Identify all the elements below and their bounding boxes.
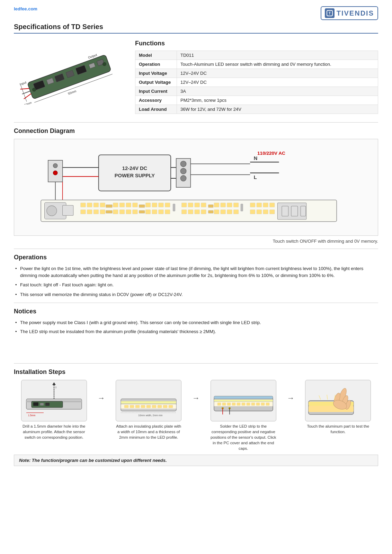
svg-rect-99 (270, 203, 275, 207)
svg-rect-139 (227, 403, 231, 405)
svg-text:POWER SUPPLY: POWER SUPPLY (115, 173, 155, 178)
install-step-1: T 1.5mm Drill a 1.5mm diameter hole into… (14, 380, 94, 440)
spec-label: Operation (135, 60, 177, 69)
svg-text:N: N (254, 155, 258, 161)
spec-value: Touch-Aluminum LED sensor switch with di… (177, 60, 378, 69)
svg-rect-92 (233, 210, 239, 214)
svg-rect-47 (63, 205, 73, 215)
svg-rect-124 (135, 405, 140, 408)
svg-rect-123 (130, 405, 134, 408)
diagram-caption: Touch switch ON/OFF with dimming and 0V … (14, 239, 378, 244)
svg-rect-73 (165, 210, 170, 214)
svg-text:10mm: 10mm (24, 101, 32, 105)
svg-rect-129 (163, 405, 167, 408)
svg-text:Input: Input (19, 81, 27, 86)
spec-label: Load Around (135, 105, 177, 114)
operations-section: Operations Power the light on the 1st ti… (14, 254, 378, 298)
svg-text:10mm width, 2mm min: 10mm width, 2mm min (138, 414, 163, 417)
svg-rect-64 (106, 205, 113, 207)
svg-rect-91 (227, 210, 232, 214)
notices-list: The power supply must be Class I (with a… (14, 319, 378, 335)
svg-rect-75 (139, 211, 145, 213)
svg-rect-141 (237, 403, 240, 405)
svg-rect-48 (81, 203, 86, 207)
install-step-4: Touch the aluminum part to test the func… (298, 380, 378, 435)
svg-rect-53 (87, 210, 92, 214)
svg-line-161 (327, 395, 328, 400)
svg-rect-143 (247, 403, 250, 405)
notices-section: Notices The power supply must be Class I… (14, 308, 378, 335)
svg-rect-97 (257, 203, 262, 207)
svg-rect-54 (93, 210, 99, 214)
spec-row: Load Around36W for 12V, and 72W for 24V (135, 105, 378, 114)
step-arrow-3: → (287, 380, 295, 403)
svg-rect-80 (201, 203, 206, 207)
svg-rect-100 (250, 210, 255, 214)
installation-title: Installation Steps (14, 368, 378, 376)
connection-diagram-section: Connection Diagram N L 110/220V AC 12-24… (14, 127, 378, 244)
svg-rect-57 (119, 203, 125, 207)
spec-row: Input Voltage12V–24V DC (135, 69, 378, 78)
spec-label: Accessory (135, 96, 177, 105)
svg-rect-96 (250, 203, 255, 207)
svg-rect-65 (106, 211, 113, 213)
installation-section: Installation Steps T (14, 368, 378, 466)
svg-rect-78 (188, 203, 193, 207)
operations-item: Power the light on the 1st time, with th… (14, 265, 378, 279)
svg-rect-59 (133, 203, 138, 207)
spec-row: OperationTouch-Aluminum LED sensor switc… (135, 60, 378, 69)
spec-value: PM2*3mm, screw 1pcs (177, 96, 378, 105)
svg-text:1.5mm: 1.5mm (28, 414, 36, 417)
svg-text:L: L (254, 175, 257, 180)
svg-rect-103 (270, 210, 275, 214)
svg-rect-128 (158, 405, 162, 408)
spec-value: 3A (177, 87, 378, 96)
spec-table: ModelTD011OperationTouch-Aluminum LED se… (135, 51, 378, 114)
svg-rect-116 (45, 403, 50, 406)
svg-rect-114 (33, 402, 38, 406)
svg-rect-147 (266, 403, 269, 405)
svg-rect-58 (126, 203, 131, 207)
install-steps-row: T 1.5mm Drill a 1.5mm diameter hole into… (14, 380, 378, 451)
notices-item: The LED strip must be insulated from the… (14, 328, 378, 335)
svg-rect-120 (121, 401, 176, 404)
step-arrow-1: → (98, 380, 105, 403)
step-4-image (305, 380, 371, 421)
logo-area: T TIVENDIS (321, 6, 378, 20)
connection-diagram-title: Connection Diagram (14, 127, 378, 135)
svg-rect-72 (159, 210, 164, 214)
operations-item: This sensor will memorize the dimming st… (14, 291, 378, 298)
svg-rect-107 (301, 206, 306, 216)
svg-rect-101 (257, 210, 262, 214)
svg-rect-86 (221, 203, 226, 207)
svg-rect-145 (256, 403, 260, 405)
svg-rect-130 (169, 405, 173, 408)
svg-point-30 (180, 161, 186, 167)
svg-rect-81 (181, 210, 187, 214)
svg-point-40 (53, 163, 58, 168)
svg-text:12-24V DC: 12-24V DC (122, 166, 148, 171)
svg-rect-63 (133, 210, 138, 214)
svg-point-31 (180, 168, 186, 174)
svg-rect-51 (100, 203, 105, 207)
svg-rect-82 (188, 210, 193, 214)
operations-title: Operations (14, 254, 378, 261)
svg-rect-55 (100, 210, 105, 214)
svg-rect-74 (139, 205, 145, 207)
installation-note: Note: The function/program can be custom… (14, 455, 378, 466)
svg-rect-135 (214, 400, 273, 402)
spec-value: 12V–24V DC (177, 78, 378, 87)
site-link[interactable]: ledfee.com (14, 6, 37, 11)
svg-rect-70 (145, 210, 151, 214)
spec-row: AccessoryPM2*3mm, screw 1pcs (135, 96, 378, 105)
svg-text:55mm: 55mm (68, 89, 77, 96)
step-2-image: 10mm width, 2mm min (116, 380, 181, 421)
operations-item: Fast touch: light off - Fast touch again… (14, 282, 378, 288)
svg-rect-105 (282, 206, 288, 216)
svg-marker-111 (52, 382, 56, 385)
svg-rect-137 (217, 403, 221, 405)
svg-rect-126 (146, 405, 151, 408)
svg-rect-98 (263, 203, 268, 207)
svg-rect-106 (291, 206, 298, 216)
step-arrow-2: → (192, 380, 200, 403)
